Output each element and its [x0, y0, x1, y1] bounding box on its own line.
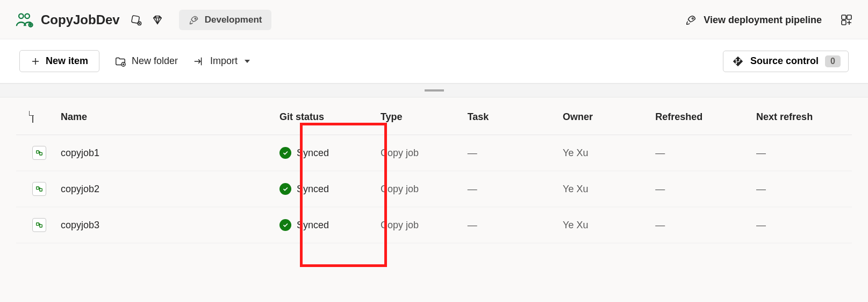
svg-rect-18	[37, 223, 39, 226]
col-header-git-status[interactable]: Git status	[274, 97, 375, 135]
chevron-down-icon	[245, 60, 250, 63]
new-item-button[interactable]: New item	[19, 50, 99, 72]
new-folder-button[interactable]: New folder	[114, 55, 178, 67]
workspace-title: CopyJobDev	[41, 12, 120, 27]
col-header-owner[interactable]: Owner	[557, 97, 650, 135]
item-task: —	[462, 135, 557, 171]
col-header-refreshed[interactable]: Refreshed	[650, 97, 751, 135]
item-type-icon-cell	[16, 135, 55, 171]
svg-point-12	[739, 59, 741, 60]
item-owner: Ye Xu	[557, 171, 650, 207]
synced-check-icon	[279, 147, 291, 159]
synced-check-icon	[279, 219, 291, 231]
resize-bar[interactable]	[0, 83, 868, 97]
item-name[interactable]: copyjob2	[55, 171, 274, 207]
copy-job-icon	[32, 146, 46, 160]
table-row[interactable]: copyjob2 SyncedCopy job—Ye Xu——	[16, 171, 852, 207]
rocket-icon	[189, 15, 199, 25]
import-icon	[193, 55, 205, 67]
synced-check-icon	[279, 183, 291, 195]
rocket-icon	[685, 14, 697, 26]
item-type: Copy job	[375, 207, 462, 243]
svg-rect-9	[842, 20, 846, 25]
document-icon	[32, 111, 33, 123]
col-header-task[interactable]: Task	[462, 97, 557, 135]
item-refreshed: —	[650, 171, 751, 207]
item-refreshed: —	[650, 135, 751, 171]
svg-point-1	[25, 14, 30, 19]
item-next-refresh: —	[751, 135, 852, 171]
item-name[interactable]: copyjob1	[55, 135, 274, 171]
drag-handle-icon	[425, 89, 444, 92]
svg-point-5	[195, 18, 196, 19]
item-next-refresh: —	[751, 207, 852, 243]
svg-point-11	[735, 59, 737, 60]
table-row[interactable]: copyjob1 SyncedCopy job—Ye Xu——	[16, 135, 852, 171]
item-next-refresh: —	[751, 171, 852, 207]
item-refreshed: —	[650, 207, 751, 243]
premium-diamond-icon[interactable]	[150, 12, 165, 27]
svg-rect-17	[40, 188, 42, 191]
svg-point-6	[692, 18, 694, 19]
col-header-next-refresh[interactable]: Next refresh	[751, 97, 852, 135]
svg-rect-19	[40, 224, 42, 227]
table-row[interactable]: copyjob3 SyncedCopy job—Ye Xu——	[16, 207, 852, 243]
plus-icon	[31, 57, 40, 66]
workspace-icon	[15, 11, 33, 29]
svg-rect-16	[37, 187, 39, 189]
svg-rect-14	[37, 151, 39, 153]
table-header-row: Name Git status Type Task Owner Refreshe…	[16, 97, 852, 135]
item-name[interactable]: copyjob3	[55, 207, 274, 243]
view-deployment-pipeline-link[interactable]: View deployment pipeline	[685, 14, 822, 26]
import-button[interactable]: Import	[193, 55, 250, 67]
item-type-icon-cell	[16, 171, 55, 207]
svg-rect-15	[40, 152, 42, 155]
item-task: —	[462, 171, 557, 207]
item-type-icon-cell	[16, 207, 55, 243]
copy-job-icon	[32, 218, 46, 232]
item-type: Copy job	[375, 135, 462, 171]
col-header-icon	[16, 97, 55, 135]
svg-rect-8	[847, 15, 851, 19]
source-control-button[interactable]: Source control 0	[723, 51, 849, 72]
svg-point-0	[19, 14, 24, 19]
item-task: —	[462, 207, 557, 243]
environment-stage-label: Development	[205, 15, 262, 25]
item-type: Copy job	[375, 171, 462, 207]
create-task-icon[interactable]	[128, 12, 144, 27]
col-header-type[interactable]: Type	[375, 97, 462, 135]
svg-rect-7	[842, 15, 846, 19]
svg-point-13	[735, 62, 737, 64]
folder-add-icon	[114, 55, 126, 67]
workspace-header: CopyJobDev Development V	[0, 0, 868, 39]
git-status-cell: Synced	[274, 171, 375, 207]
copy-job-icon	[32, 182, 46, 196]
git-branch-icon	[732, 55, 744, 67]
git-status-cell: Synced	[274, 207, 375, 243]
environment-stage-pill[interactable]: Development	[179, 10, 272, 30]
toolbar: New item New folder Import Source contro…	[0, 39, 868, 83]
git-status-cell: Synced	[274, 135, 375, 171]
workspace-app-icon[interactable]	[840, 13, 853, 26]
item-owner: Ye Xu	[557, 207, 650, 243]
items-table: Name Git status Type Task Owner Refreshe…	[16, 97, 852, 243]
item-owner: Ye Xu	[557, 135, 650, 171]
col-header-name[interactable]: Name	[55, 97, 274, 135]
source-control-count-badge: 0	[825, 55, 841, 67]
